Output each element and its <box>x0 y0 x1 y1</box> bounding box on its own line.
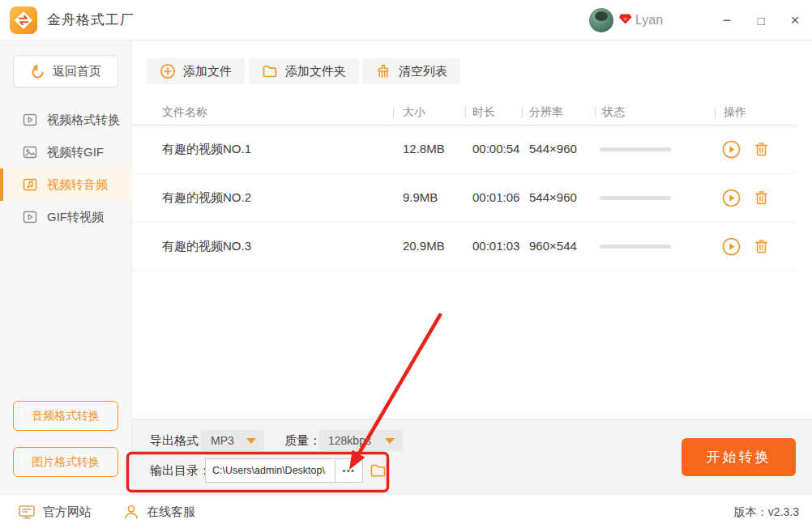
sidebar-item-video-convert[interactable]: 视频格式转换 <box>0 104 132 136</box>
online-support-label: 在线客服 <box>147 505 195 520</box>
progress-bar <box>600 147 671 151</box>
official-website-link[interactable]: 官方网站 <box>18 495 92 528</box>
folder-icon <box>262 63 278 79</box>
header-status: 状态 <box>602 105 625 120</box>
clear-list-label: 清空列表 <box>399 64 447 79</box>
sidebar-item-label: 视频转GIF <box>47 145 104 160</box>
column-separator <box>393 107 394 118</box>
titlebar: 金舟格式工厂 Lyan − □ × <box>0 0 812 40</box>
play-button[interactable] <box>722 237 741 256</box>
play-button[interactable] <box>722 189 741 207</box>
sidebar-nav: 视频格式转换 视频转GIF 视频转音频 <box>0 104 132 233</box>
close-button[interactable]: × <box>788 13 802 28</box>
column-separator <box>522 107 523 118</box>
monitor-icon <box>18 504 36 520</box>
file-size: 20.9MB <box>403 239 445 253</box>
file-resolution: 544×960 <box>529 190 577 204</box>
file-name: 有趣的视频NO.3 <box>162 239 251 254</box>
output-path-field[interactable]: C:\Users\admin\Desktop\ <box>205 458 337 483</box>
add-folder-button[interactable]: 添加文件夹 <box>249 58 359 84</box>
browse-button[interactable]: ••• <box>335 458 363 483</box>
file-name: 有趣的视频NO.2 <box>162 190 251 206</box>
menu-icon[interactable] <box>687 13 700 28</box>
start-convert-label: 开始转换 <box>707 448 771 466</box>
music-icon <box>23 177 37 192</box>
format-dropdown[interactable]: MP3 <box>201 430 264 451</box>
header-action: 操作 <box>724 105 746 120</box>
column-separator <box>465 107 466 118</box>
play-box-icon <box>23 210 37 224</box>
file-size: 12.8MB <box>403 142 445 155</box>
back-home-button[interactable]: 返回首页 <box>13 55 118 87</box>
delete-button[interactable] <box>753 189 770 207</box>
progress-bar <box>600 196 671 200</box>
file-resolution: 544×960 <box>529 142 577 155</box>
file-duration: 00:01:06 <box>472 190 519 204</box>
header-resolution: 分辨率 <box>529 105 563 120</box>
sidebar-item-label: 视频转音频 <box>47 177 108 193</box>
audio-convert-button[interactable]: 音频格式转换 <box>13 401 118 431</box>
vip-badge-icon <box>618 13 632 25</box>
sidebar-item-video-to-gif[interactable]: 视频转GIF <box>0 136 132 168</box>
person-icon <box>123 504 139 520</box>
sidebar-item-label: GIF转视频 <box>47 210 104 225</box>
table-row: 有趣的视频NO.1 12.8MB 00:00:54 544×960 <box>132 126 797 174</box>
header-size: 大小 <box>403 105 425 120</box>
column-separator <box>715 107 716 118</box>
username-label[interactable]: Lyan <box>635 0 663 40</box>
user-avatar[interactable] <box>589 8 613 32</box>
file-resolution: 960×544 <box>529 239 577 253</box>
back-arrow-icon <box>30 64 45 79</box>
app-window: 金舟格式工厂 Lyan − □ × 返回首页 <box>0 0 812 528</box>
add-file-label: 添加文件 <box>183 64 232 79</box>
footer: 官方网站 在线客服 版本：v2.3.3 <box>0 494 812 528</box>
clear-list-button[interactable]: 清空列表 <box>362 58 460 84</box>
open-folder-icon[interactable] <box>370 462 387 479</box>
play-button[interactable] <box>722 140 741 159</box>
table-row: 有趣的视频NO.3 20.9MB 00:01:03 960×544 <box>132 223 797 271</box>
chevron-down-icon <box>246 438 256 444</box>
app-logo-icon <box>10 6 37 34</box>
back-home-label: 返回首页 <box>53 64 101 79</box>
add-folder-label: 添加文件夹 <box>285 64 346 79</box>
file-duration: 00:01:03 <box>472 239 519 253</box>
sidebar: 返回首页 视频格式转换 视频转GIF <box>0 40 132 494</box>
window-controls: − □ × <box>687 0 802 40</box>
broom-icon <box>375 63 391 79</box>
sidebar-item-label: 视频格式转换 <box>47 113 120 128</box>
file-name: 有趣的视频NO.1 <box>162 142 251 157</box>
start-convert-button[interactable]: 开始转换 <box>682 438 796 476</box>
chevron-down-icon <box>385 438 395 444</box>
table-header: 文件名称 大小 时长 分辨率 状态 操作 <box>132 104 797 126</box>
online-support-link[interactable]: 在线客服 <box>123 495 195 528</box>
version-label: 版本：v2.3.3 <box>734 495 799 528</box>
file-list-panel: 添加文件 添加文件夹 清空列表 文件名称 大小 时长 分辨率 状态 <box>132 40 812 419</box>
sidebar-item-gif-to-video[interactable]: GIF转视频 <box>0 201 132 233</box>
app-title: 金舟格式工厂 <box>47 0 135 40</box>
export-settings-panel: 导出格式： MP3 质量： 128kbps 输出目录： C:\Users\adm… <box>132 419 812 494</box>
file-duration: 00:00:54 <box>472 142 519 155</box>
minimize-button[interactable]: − <box>720 13 734 28</box>
quality-dropdown[interactable]: 128kbps <box>318 430 403 451</box>
file-size: 9.9MB <box>403 190 438 204</box>
image-icon <box>23 145 37 160</box>
table-row: 有趣的视频NO.2 9.9MB 00:01:06 544×960 <box>132 174 797 223</box>
image-convert-button[interactable]: 图片格式转换 <box>13 447 118 477</box>
plus-circle-icon <box>160 63 176 79</box>
sidebar-item-video-to-audio[interactable]: 视频转音频 <box>0 168 132 201</box>
format-value: MP3 <box>211 434 234 447</box>
audio-convert-label: 音频格式转换 <box>32 409 100 424</box>
output-dir-label: 输出目录： <box>150 458 211 483</box>
delete-button[interactable] <box>753 238 770 255</box>
column-separator <box>595 107 596 118</box>
video-icon <box>23 113 37 127</box>
header-duration: 时长 <box>472 105 495 120</box>
progress-bar <box>600 245 671 249</box>
delete-button[interactable] <box>753 141 770 158</box>
add-file-button[interactable]: 添加文件 <box>147 58 245 84</box>
image-convert-label: 图片格式转换 <box>32 455 100 470</box>
quality-label: 质量： <box>284 430 321 451</box>
maximize-button[interactable]: □ <box>754 13 768 28</box>
quality-value: 128kbps <box>328 434 371 447</box>
header-file-name: 文件名称 <box>162 105 207 120</box>
